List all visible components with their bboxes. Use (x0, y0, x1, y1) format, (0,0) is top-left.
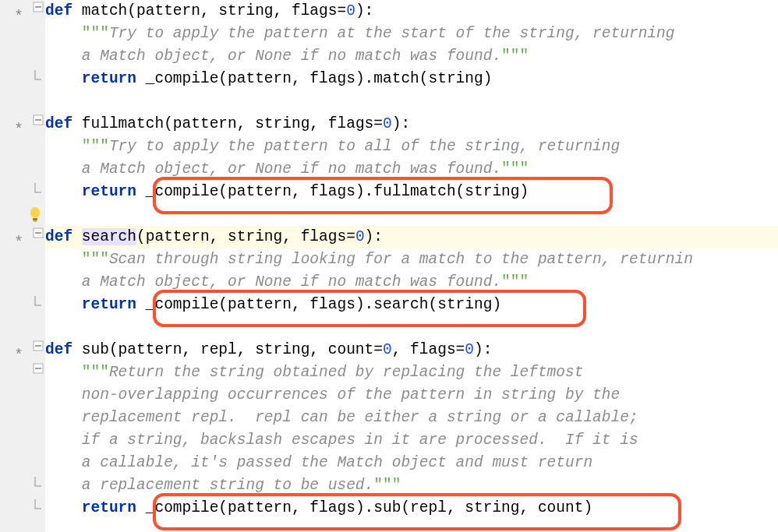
gutter-row (0, 361, 45, 384)
gutter-row: * (0, 0, 45, 23)
fold-minus-icon[interactable] (33, 227, 44, 238)
code-line[interactable]: return _compile(pattern, flags).fullmatc… (45, 181, 778, 203)
code-line[interactable]: def match(pattern, string, flags=0): (45, 0, 778, 23)
gutter-row: * (0, 339, 45, 361)
gutter-row (0, 68, 45, 90)
code-area[interactable]: def match(pattern, string, flags=0): """… (45, 0, 778, 532)
code-line[interactable]: return _compile(pattern, flags).sub(repl… (45, 497, 778, 520)
fold-close-icon[interactable] (33, 182, 44, 193)
svg-point-4 (30, 207, 40, 218)
fold-minus-icon[interactable] (33, 115, 44, 125)
code-line[interactable]: """Try to apply the pattern at the start… (45, 23, 778, 45)
code-line[interactable]: def sub(pattern, repl, string, count=0, … (45, 339, 778, 361)
svg-rect-5 (33, 218, 37, 220)
fold-minus-icon[interactable] (33, 363, 44, 374)
fold-close-icon[interactable] (33, 499, 44, 509)
breakpoint-icon[interactable]: * (14, 5, 23, 28)
fold-minus-icon[interactable] (33, 340, 44, 351)
code-line[interactable]: a Match object, or None if no match was … (45, 45, 778, 68)
breakpoint-icon[interactable]: * (14, 231, 23, 254)
fold-close-icon[interactable] (33, 295, 44, 306)
gutter-row: * (0, 113, 45, 136)
code-line[interactable]: non-overlapping occurrences of the patte… (45, 384, 778, 407)
gutter: * * * * (0, 0, 45, 532)
code-line[interactable]: return _compile(pattern, flags).match(st… (45, 68, 778, 90)
gutter-row: * (0, 226, 45, 248)
code-line[interactable]: """Scan through string looking for a mat… (45, 248, 778, 271)
intention-bulb-icon[interactable] (0, 203, 45, 226)
code-line[interactable]: a Match object, or None if no match was … (45, 271, 778, 294)
code-line[interactable]: """Return the string obtained by replaci… (45, 361, 778, 384)
breakpoint-icon[interactable]: * (14, 118, 23, 141)
code-line[interactable]: a replacement string to be used.""" (45, 474, 778, 497)
code-line[interactable]: """Try to apply the pattern to all of th… (45, 136, 778, 158)
code-line[interactable]: if a string, backslash escapes in it are… (45, 429, 778, 452)
gutter-row (0, 497, 45, 520)
fold-close-icon[interactable] (33, 476, 44, 487)
code-line[interactable]: def search(pattern, string, flags=0): (45, 226, 778, 248)
code-line[interactable]: return _compile(pattern, flags).search(s… (45, 294, 778, 316)
code-line[interactable]: def fullmatch(pattern, string, flags=0): (45, 113, 778, 136)
fold-close-icon[interactable] (33, 69, 44, 80)
gutter-row (0, 294, 45, 316)
code-editor[interactable]: * * * * (0, 0, 778, 532)
code-line[interactable]: replacement repl. repl can be either a s… (45, 407, 778, 429)
code-line[interactable]: a Match object, or None if no match was … (45, 158, 778, 181)
fold-minus-icon[interactable] (33, 2, 44, 12)
code-line[interactable]: a callable, it's passed the Match object… (45, 452, 778, 474)
gutter-row (0, 474, 45, 497)
gutter-row (0, 181, 45, 203)
